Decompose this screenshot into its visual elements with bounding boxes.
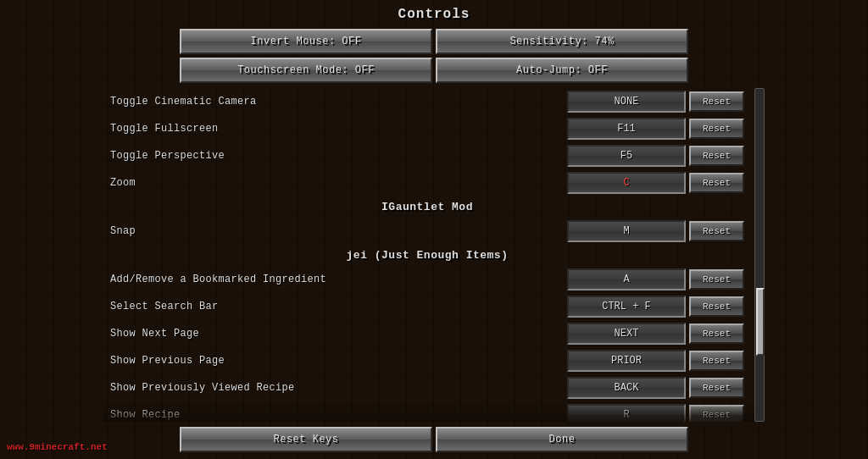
key-binding[interactable]: A (567, 268, 686, 290)
watermark: www.9minecraft.net (7, 442, 108, 452)
reset-button[interactable]: Reset (689, 296, 744, 317)
invert-mouse-button[interactable]: Invert Mouse: OFF (180, 29, 432, 54)
scrollbar[interactable] (754, 88, 765, 422)
controls-list: Toggle Cinematic CameraNONEResetToggle F… (103, 88, 751, 422)
reset-button[interactable]: Reset (689, 269, 744, 290)
reset-button[interactable]: Reset (689, 221, 744, 241)
reset-button[interactable]: Reset (689, 351, 744, 371)
reset-button[interactable]: Reset (689, 378, 744, 398)
control-label: Select Search Bar (110, 301, 567, 312)
key-binding[interactable]: CTRL + F (567, 296, 686, 318)
control-label: Snap (110, 225, 567, 237)
control-row: Show Next PageNEXTReset (103, 320, 751, 347)
control-label: Show Previous Page (110, 355, 567, 367)
key-binding[interactable]: C (567, 172, 686, 194)
control-label: Toggle Perspective (110, 150, 567, 162)
reset-button[interactable]: Reset (689, 91, 744, 112)
section-header-4: IGauntlet Mod (103, 196, 751, 218)
control-label: Add/Remove a Bookmarked Ingredient (110, 274, 567, 285)
control-row: Toggle PerspectiveF5Reset (103, 142, 751, 169)
button-row-2: Touchscreen Mode: OFF Auto-Jump: OFF (180, 58, 688, 83)
reset-button[interactable]: Reset (689, 324, 744, 344)
key-binding[interactable]: F11 (567, 118, 686, 140)
key-binding[interactable]: PRIOR (567, 350, 686, 372)
control-label: Show Previously Viewed Recipe (110, 382, 567, 394)
top-buttons-section: Invert Mouse: OFF Sensitivity: 74% Touch… (180, 29, 688, 83)
control-row: Show RecipeRReset (103, 401, 751, 422)
reset-button[interactable]: Reset (689, 405, 744, 422)
key-binding[interactable]: F5 (567, 145, 686, 167)
control-row: Toggle Cinematic CameraNONEReset (103, 88, 751, 115)
page-title: Controls (398, 7, 470, 22)
key-binding[interactable]: NONE (567, 91, 686, 113)
control-label: Show Recipe (110, 409, 567, 421)
reset-keys-button[interactable]: Reset Keys (180, 427, 432, 452)
control-label: Toggle Fullscreen (110, 123, 567, 135)
control-row: Show Previous PagePRIORReset (103, 347, 751, 374)
control-row: Show Previously Viewed RecipeBACKReset (103, 374, 751, 401)
control-label: Toggle Cinematic Camera (110, 96, 567, 108)
reset-button[interactable]: Reset (689, 173, 744, 193)
scrollbar-thumb[interactable] (756, 288, 765, 356)
reset-button[interactable]: Reset (689, 119, 744, 139)
control-row: SnapMReset (103, 218, 751, 245)
key-binding[interactable]: R (567, 404, 686, 422)
control-label: Show Next Page (110, 328, 567, 340)
controls-screen: Controls Invert Mouse: OFF Sensitivity: … (0, 0, 868, 459)
key-binding[interactable]: M (567, 220, 686, 242)
bottom-buttons: Reset Keys Done (180, 427, 688, 452)
control-label: Zoom (110, 177, 567, 189)
scrollable-area: Toggle Cinematic CameraNONEResetToggle F… (103, 88, 765, 422)
reset-button[interactable]: Reset (689, 146, 744, 166)
control-row: Toggle FullscreenF11Reset (103, 115, 751, 142)
touchscreen-mode-button[interactable]: Touchscreen Mode: OFF (180, 58, 432, 83)
section-header-6: jei (Just Enough Items) (103, 245, 751, 266)
key-binding[interactable]: NEXT (567, 323, 686, 345)
key-binding[interactable]: BACK (567, 377, 686, 399)
control-row: ZoomCReset (103, 169, 751, 196)
control-row: Add/Remove a Bookmarked IngredientAReset (103, 266, 751, 293)
sensitivity-button[interactable]: Sensitivity: 74% (436, 29, 688, 54)
control-row: Select Search BarCTRL + FReset (103, 293, 751, 320)
done-button[interactable]: Done (436, 427, 688, 452)
auto-jump-button[interactable]: Auto-Jump: OFF (436, 58, 688, 83)
button-row-1: Invert Mouse: OFF Sensitivity: 74% (180, 29, 688, 54)
